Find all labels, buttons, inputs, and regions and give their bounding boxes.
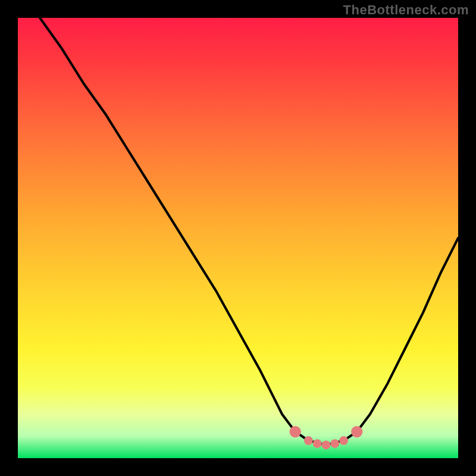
curve-layer xyxy=(18,18,458,458)
chart-frame: TheBottleneck.com xyxy=(0,0,476,476)
valley-marker-dot xyxy=(351,426,362,437)
valley-marker-dot xyxy=(313,439,322,448)
valley-marker-dot xyxy=(339,436,348,445)
valley-marker-dot xyxy=(322,440,331,449)
valley-marker-dot xyxy=(290,426,301,437)
valley-markers xyxy=(290,426,363,449)
valley-marker-dot xyxy=(304,436,313,445)
valley-marker-dot xyxy=(330,439,339,448)
bottleneck-curve-path xyxy=(40,18,458,445)
plot-area xyxy=(18,18,458,458)
bottleneck-curve xyxy=(40,18,458,445)
watermark-text: TheBottleneck.com xyxy=(343,2,469,18)
